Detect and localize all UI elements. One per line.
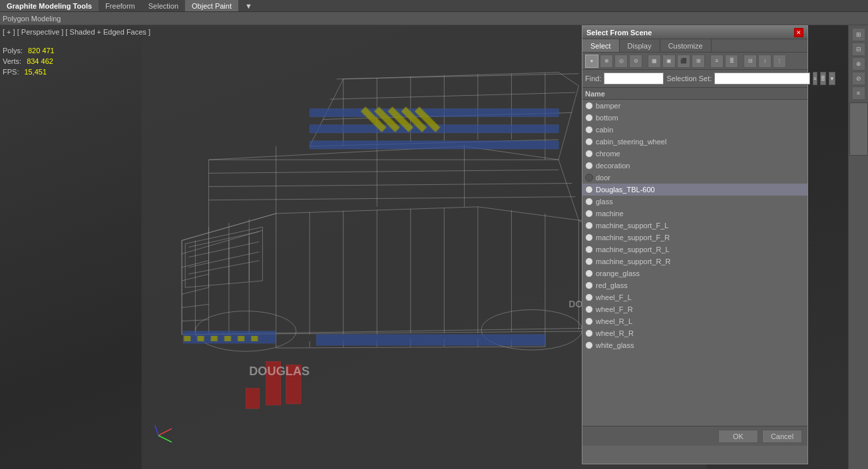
selection-set-btn1[interactable]: ≡ xyxy=(813,72,817,85)
object-name: chrome xyxy=(596,150,620,158)
object-icon xyxy=(585,138,593,146)
object-name: decoration xyxy=(596,162,630,170)
verts-label: Verts: xyxy=(3,56,21,67)
polys-value: 820 471 xyxy=(28,45,55,56)
right-tool-3[interactable]: ⊕ xyxy=(852,57,865,71)
main-layout: [ + ] [ Perspective ] [ Shaded + Edged F… xyxy=(0,25,868,469)
toolbar-add-btn[interactable]: ⊕ xyxy=(600,55,613,68)
column-header: Name xyxy=(582,88,807,100)
selection-set-btn2[interactable]: ≣ xyxy=(820,72,826,85)
svg-rect-13 xyxy=(224,336,231,341)
object-icon xyxy=(585,198,593,206)
toolbar-details-btn[interactable]: ≣ xyxy=(725,55,738,68)
object-icon xyxy=(585,174,593,182)
list-item[interactable]: bamper xyxy=(582,100,807,112)
cancel-button[interactable]: Cancel xyxy=(762,430,802,443)
list-item[interactable]: orange_glass xyxy=(582,267,807,279)
dialog-search-row: Find: Selection Set: ≡ ≣ ▼ xyxy=(582,70,807,88)
list-item[interactable]: decoration xyxy=(582,160,807,172)
toolbar-list-btn[interactable]: ≡ xyxy=(710,55,724,68)
find-label: Find: xyxy=(585,75,601,82)
toolbar-ring-btn[interactable]: ◎ xyxy=(614,55,628,68)
svg-rect-7 xyxy=(310,141,558,149)
list-item[interactable]: white_glass xyxy=(582,339,807,351)
right-tool-1[interactable]: ⊞ xyxy=(852,28,865,41)
object-name: bottom xyxy=(596,114,618,122)
selection-set-label: Selection Set: xyxy=(666,75,712,82)
menu-selection[interactable]: Selection xyxy=(142,0,185,11)
object-icon xyxy=(585,245,593,253)
fps-value: 15,451 xyxy=(24,67,47,77)
toolbar-cross-btn[interactable]: ⊘ xyxy=(629,55,642,68)
toolbar-fill-btn[interactable]: ⬛ xyxy=(677,55,690,68)
toolbar-more-btn[interactable]: ⋮ xyxy=(773,55,786,68)
object-name: glass xyxy=(596,198,613,206)
list-item[interactable]: machine xyxy=(582,208,807,220)
list-item[interactable]: machine_support_F_R xyxy=(582,232,807,243)
object-icon xyxy=(585,102,593,110)
toolbar-box-btn[interactable]: ▣ xyxy=(662,55,676,68)
svg-rect-15 xyxy=(251,336,258,341)
name-column-header: Name xyxy=(585,90,605,98)
object-icon xyxy=(585,329,593,337)
dialog-close-button[interactable]: ✕ xyxy=(794,28,803,37)
object-list[interactable]: bamper bottom cabin cabin_steering_wheel… xyxy=(582,100,807,426)
object-name: white_glass xyxy=(596,341,634,349)
selection-set-btn3[interactable]: ▼ xyxy=(829,72,835,85)
object-name: wheel_F_L xyxy=(596,293,632,301)
list-item[interactable]: cabin xyxy=(582,124,807,136)
object-icon xyxy=(585,222,593,230)
svg-rect-23 xyxy=(246,389,259,408)
top-menubar: Graphite Modeling Tools Freeform Selecti… xyxy=(0,0,868,12)
svg-rect-11 xyxy=(197,336,204,341)
object-name: machine_support_F_R xyxy=(596,234,670,241)
object-icon xyxy=(585,341,593,349)
object-name: wheel_F_R xyxy=(596,305,633,313)
list-item[interactable]: wheel_F_L xyxy=(582,291,807,303)
svg-rect-5 xyxy=(316,335,545,345)
object-icon xyxy=(585,162,593,170)
toolbar-grid-btn[interactable]: ▦ xyxy=(648,55,661,68)
dialog-toolbar: ● ⊕ ◎ ⊘ ▦ ▣ ⬛ ⊞ ≡ ≣ ⊟ ↕ ⋮ xyxy=(582,53,807,70)
svg-rect-12 xyxy=(211,336,218,341)
polys-label: Polys: xyxy=(3,45,23,56)
menu-object-paint[interactable]: Object Paint xyxy=(185,0,238,11)
toolbar-minus-btn[interactable]: ⊟ xyxy=(744,55,757,68)
list-item[interactable]: machine_support_R_R xyxy=(582,255,807,267)
object-name: red_glass xyxy=(596,281,628,289)
list-item[interactable]: wheel_R_R xyxy=(582,327,807,339)
list-item[interactable]: glass xyxy=(582,196,807,208)
dialog-tabs: Select Display Customize xyxy=(582,39,807,53)
find-input[interactable] xyxy=(604,73,664,84)
object-name: wheel_R_R xyxy=(596,329,634,337)
right-tool-2[interactable]: ⊟ xyxy=(852,43,865,56)
toolbar-circle-btn[interactable]: ● xyxy=(585,55,598,68)
menu-graphite-tools[interactable]: Graphite Modeling Tools xyxy=(0,0,99,11)
viewport-label: [ + ] [ Perspective ] [ Shaded + Edged F… xyxy=(3,28,150,36)
select-from-scene-dialog: Select From Scene ✕ Select Display Custo… xyxy=(582,25,808,464)
list-item[interactable]: machine_support_R_L xyxy=(582,243,807,255)
list-item[interactable]: bottom xyxy=(582,112,807,124)
list-item-selected[interactable]: Douglas_TBL-600 xyxy=(582,184,807,196)
list-item[interactable]: chrome xyxy=(582,148,807,160)
list-item[interactable]: wheel_F_R xyxy=(582,303,807,315)
ok-button[interactable]: OK xyxy=(718,430,758,443)
right-tool-5[interactable]: ≡ xyxy=(852,86,865,100)
list-item[interactable]: machine_support_F_L xyxy=(582,220,807,232)
second-toolbar: Polygon Modeling xyxy=(0,12,868,25)
object-name: cabin xyxy=(596,126,613,134)
menu-more[interactable]: ▼ xyxy=(238,0,259,11)
list-item[interactable]: cabin_steering_wheel xyxy=(582,136,807,148)
toolbar-sort-btn[interactable]: ↕ xyxy=(758,55,771,68)
selection-set-input[interactable] xyxy=(714,73,810,84)
tab-display[interactable]: Display xyxy=(620,39,660,52)
tab-customize[interactable]: Customize xyxy=(660,39,712,52)
list-item[interactable]: red_glass xyxy=(582,279,807,291)
menu-freeform[interactable]: Freeform xyxy=(99,0,142,11)
list-item[interactable]: wheel_R_L xyxy=(582,315,807,327)
right-tool-4[interactable]: ⊘ xyxy=(852,72,865,85)
list-item[interactable]: door xyxy=(582,172,807,184)
svg-rect-10 xyxy=(184,336,190,341)
tab-select[interactable]: Select xyxy=(582,39,620,52)
toolbar-multi-btn[interactable]: ⊞ xyxy=(692,55,705,68)
